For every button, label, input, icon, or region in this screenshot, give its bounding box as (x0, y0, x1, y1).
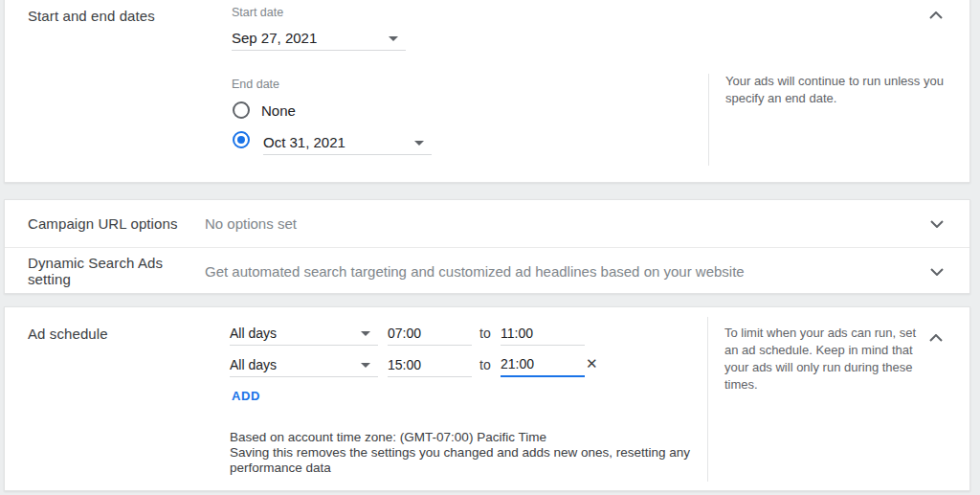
chevron-down-icon (930, 220, 944, 228)
end-date-option-date[interactable] (233, 131, 261, 148)
end-time-input[interactable]: 11:00 (501, 321, 585, 346)
end-date-dropdown[interactable]: Oct 31, 2021 (263, 130, 432, 155)
end-date-label: End date (232, 78, 279, 91)
collapse-section-button[interactable] (926, 328, 946, 348)
help-divider (707, 317, 708, 482)
days-value: All days (230, 357, 277, 372)
end-date-help-text: Your ads will continue to run unless you… (725, 73, 955, 107)
days-dropdown[interactable]: All days (230, 321, 378, 346)
to-label: to (479, 326, 491, 341)
campaign-url-options-row[interactable]: Campaign URL options No options set (5, 200, 969, 247)
section-title-dates: Start and end dates (28, 8, 155, 24)
campaign-url-options-value: No options set (205, 215, 354, 232)
section-title-ad-schedule: Ad schedule (28, 326, 108, 342)
collapsed-settings-card: Campaign URL options No options set Dyna… (4, 199, 970, 294)
chevron-up-icon (929, 334, 943, 342)
schedule-footnote: Based on account time zone: (GMT-07:00) … (230, 430, 713, 476)
reset-warning: Saving this removes the settings you cha… (230, 445, 713, 476)
dropdown-arrow-icon (389, 36, 398, 41)
dropdown-arrow-icon (414, 141, 424, 146)
help-divider (708, 74, 709, 166)
end-date-value: Oct 31, 2021 (263, 134, 345, 150)
end-date-option-none-label: None (261, 102, 296, 119)
end-time-value: 21:00 (501, 356, 534, 371)
end-time-input-focused[interactable]: 21:00 (501, 352, 585, 377)
to-label: to (479, 357, 491, 372)
expand-section-button[interactable] (927, 262, 947, 281)
dynamic-search-ads-row[interactable]: Dynamic Search Ads setting Get automated… (5, 247, 969, 294)
start-time-input[interactable]: 07:00 (388, 321, 472, 346)
timezone-note: Based on account time zone: (GMT-07:00) … (230, 430, 713, 445)
remove-schedule-row-button[interactable]: ✕ (586, 356, 598, 371)
start-date-label: Start date (232, 6, 283, 19)
collapse-section-button[interactable] (926, 6, 946, 25)
start-date-value: Sep 27, 2021 (232, 30, 317, 46)
end-time-value: 11:00 (501, 326, 533, 341)
start-time-value: 07:00 (388, 326, 421, 341)
ad-schedule-help-text: To limit when your ads can run, set an a… (724, 325, 927, 394)
ad-schedule-card: Ad schedule All days 07:00 to 11:00 All … (4, 306, 970, 491)
days-dropdown[interactable]: All days (230, 352, 378, 377)
dropdown-arrow-icon (361, 363, 370, 368)
dynamic-search-ads-value: Get automated search targeting and custo… (205, 263, 802, 280)
start-time-input[interactable]: 15:00 (388, 352, 472, 377)
dynamic-search-ads-title: Dynamic Search Ads setting (5, 255, 205, 287)
radio-unselected-icon[interactable] (233, 101, 250, 119)
end-date-option-none[interactable]: None (233, 101, 296, 119)
dropdown-arrow-icon (361, 331, 370, 336)
chevron-up-icon (929, 11, 943, 19)
chevron-down-icon (930, 268, 944, 276)
expand-section-button[interactable] (927, 214, 947, 234)
add-schedule-button[interactable]: ADD (232, 389, 260, 403)
campaign-url-options-title: Campaign URL options (5, 215, 205, 232)
radio-selected-icon[interactable] (233, 131, 250, 148)
start-end-dates-card: Start and end dates Start date Sep 27, 2… (4, 0, 970, 183)
start-date-dropdown[interactable]: Sep 27, 2021 (232, 26, 406, 51)
start-time-value: 15:00 (388, 357, 421, 372)
days-value: All days (230, 326, 277, 341)
